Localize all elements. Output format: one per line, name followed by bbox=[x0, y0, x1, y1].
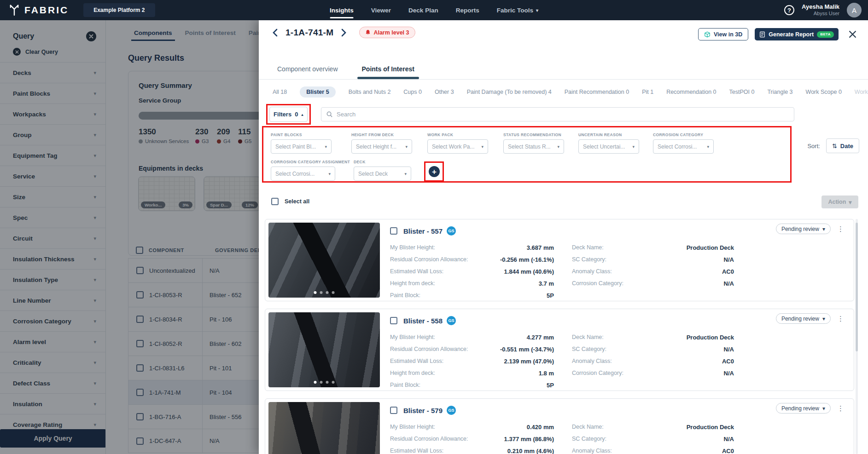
sort-button[interactable]: ⇅ Date bbox=[826, 138, 859, 153]
field-value: -0.256 mm (-16.1%) bbox=[500, 256, 554, 263]
nav-item-reports[interactable]: Reports bbox=[456, 0, 479, 20]
corrosion-category-assignment-select[interactable]: Select Corrosi...▾ bbox=[271, 167, 335, 181]
generate-report-button[interactable]: Generate Report BETA bbox=[755, 28, 839, 40]
field-value: 1.844 mm (40.6%) bbox=[504, 268, 554, 275]
chip-triangle[interactable]: Triangle 3 bbox=[767, 89, 792, 95]
field-label: Height from deck: bbox=[390, 370, 435, 376]
filters-count: 0 bbox=[295, 111, 298, 118]
field-value: Production Deck bbox=[687, 334, 734, 341]
field-label: Anomaly Class: bbox=[572, 358, 612, 364]
carousel-dots[interactable] bbox=[314, 381, 335, 384]
carousel-dots[interactable] bbox=[314, 291, 335, 294]
next-component-button[interactable] bbox=[341, 29, 347, 37]
avatar[interactable]: A bbox=[847, 3, 862, 17]
fabric-logo: FABRIC bbox=[8, 4, 69, 16]
chevron-down-icon: ▾ bbox=[557, 144, 559, 149]
previous-component-button[interactable] bbox=[272, 29, 278, 37]
chip-pit[interactable]: Pit 1 bbox=[642, 89, 653, 95]
platform-selector[interactable]: Example Platform 2 bbox=[83, 3, 155, 17]
chip-bolts-and-nuts[interactable]: Bolts and Nuts 2 bbox=[349, 89, 391, 95]
height-from-deck-select[interactable]: Select Height f...▾ bbox=[351, 139, 412, 154]
chip-testpoi[interactable]: TestPOI 0 bbox=[729, 89, 755, 95]
field-value: Production Deck bbox=[687, 244, 734, 251]
kebab-menu-icon[interactable]: ⋮ bbox=[837, 315, 844, 323]
bell-icon bbox=[365, 29, 371, 35]
nav-item-insights[interactable]: Insights bbox=[330, 0, 354, 20]
search-bar[interactable] bbox=[321, 107, 794, 121]
select-value: Select Height f... bbox=[356, 144, 396, 150]
status-dropdown[interactable]: Pending review ▾ bbox=[776, 313, 831, 324]
tab-points-of-interest[interactable]: Points of Interest bbox=[362, 65, 414, 78]
uncertain-reason-select[interactable]: Select Uncertai...▾ bbox=[578, 139, 639, 154]
scrollbar[interactable] bbox=[856, 219, 858, 454]
sort-label: Sort: bbox=[807, 143, 820, 149]
corrosion-category-select[interactable]: Select Corrosi...▾ bbox=[653, 139, 714, 154]
status-recommendation-select[interactable]: Select Status R...▾ bbox=[503, 139, 564, 154]
chip-paint-damage[interactable]: Paint Damage (To be removed) 4 bbox=[467, 89, 552, 95]
chip-blister[interactable]: Blister 5 bbox=[300, 86, 335, 98]
filter-label: HEIGHT FROM DECK bbox=[351, 132, 412, 137]
field-value: 0.210 mm (4.6%) bbox=[507, 448, 554, 454]
chevron-down-icon: ▾ bbox=[632, 144, 635, 149]
search-input[interactable] bbox=[337, 111, 794, 118]
deck-select[interactable]: Select Deck▾ bbox=[354, 167, 411, 181]
poi-card-blister-557[interactable]: Blister - 557 GS Pending review ▾ ⋮ My B… bbox=[265, 219, 854, 301]
action-button-disabled[interactable]: Action ▾ bbox=[821, 195, 858, 208]
chip-recommendation[interactable]: Recommendation 0 bbox=[666, 89, 716, 95]
nav-item-viewer[interactable]: Viewer bbox=[371, 0, 391, 20]
view-in-3d-label: View in 3D bbox=[714, 31, 742, 38]
poi-photo[interactable] bbox=[268, 402, 380, 454]
alarm-level-label: Alarm level 3 bbox=[373, 29, 409, 36]
add-filter-button[interactable]: + bbox=[429, 166, 440, 177]
user-role: Abyss User bbox=[802, 11, 839, 17]
filter-label: WORK PACK bbox=[427, 132, 488, 137]
poi-card-blister-558[interactable]: Blister - 558 GS Pending review ▾ ⋮ My B… bbox=[265, 309, 854, 391]
nav-item-deck-plan[interactable]: Deck Plan bbox=[408, 0, 438, 20]
poi-card-list: Blister - 557 GS Pending review ▾ ⋮ My B… bbox=[265, 219, 854, 454]
tab-component-overview[interactable]: Component overview bbox=[277, 65, 338, 78]
field-label: Residual Corrosion Allowance: bbox=[390, 256, 468, 263]
action-label: Action bbox=[828, 199, 846, 205]
select-value: Select Corrosi... bbox=[275, 171, 315, 177]
kebab-menu-icon[interactable]: ⋮ bbox=[837, 404, 844, 413]
chip-all[interactable]: All 18 bbox=[273, 89, 287, 95]
nav-item-label: Fabric Tools bbox=[497, 7, 533, 14]
field-value: N/A bbox=[724, 256, 734, 263]
filter-label: CORROSION CATEGORY ASSIGNMENT bbox=[271, 160, 335, 164]
chip-work-scope[interactable]: Work Scope 0 bbox=[806, 89, 842, 95]
chip-paint-recommendation[interactable]: Paint Recommendation 0 bbox=[565, 89, 629, 95]
status-dropdown[interactable]: Pending review ▾ bbox=[776, 224, 831, 234]
paint-blocks-select[interactable]: Select Paint Bl...▾ bbox=[271, 139, 332, 154]
sort-arrows-icon: ⇅ bbox=[832, 143, 837, 149]
poi-photo[interactable] bbox=[268, 312, 380, 387]
nav-item-fabric-tools[interactable]: Fabric Tools ▾ bbox=[497, 0, 538, 20]
divider bbox=[259, 79, 868, 80]
work-pack-select[interactable]: Select Work Pa...▾ bbox=[427, 139, 488, 154]
chip-cups[interactable]: Cups 0 bbox=[403, 89, 422, 95]
brand-name: FABRIC bbox=[24, 5, 69, 16]
select-value: Select Corrosi... bbox=[658, 144, 697, 150]
field-label: Residual Corrosion Allowance: bbox=[390, 436, 468, 442]
user-info[interactable]: Ayesha Malik Abyss User bbox=[802, 4, 839, 17]
field-label: Deck Name: bbox=[572, 424, 604, 430]
poi-photo[interactable] bbox=[268, 223, 380, 298]
select-value: Select Uncertai... bbox=[583, 144, 625, 150]
card-checkbox[interactable] bbox=[390, 227, 397, 235]
help-icon[interactable]: ? bbox=[784, 5, 794, 15]
card-checkbox[interactable] bbox=[390, 407, 397, 414]
view-in-3d-button[interactable]: View in 3D bbox=[698, 28, 748, 40]
chevron-down-icon: ▾ bbox=[822, 405, 825, 412]
report-icon bbox=[759, 31, 765, 38]
chevron-down-icon: ▾ bbox=[481, 144, 484, 149]
close-panel-icon[interactable] bbox=[849, 30, 856, 38]
status-dropdown[interactable]: Pending review ▾ bbox=[776, 403, 831, 414]
filter-label: STATUS RECOMMENDATION bbox=[503, 132, 564, 137]
chevron-down-icon: ▾ bbox=[536, 8, 538, 13]
kebab-menu-icon[interactable]: ⋮ bbox=[837, 225, 844, 233]
chip-other[interactable]: Other 3 bbox=[435, 89, 454, 95]
filters-button[interactable]: Filters 0 ▴ bbox=[269, 107, 308, 122]
select-all-checkbox[interactable] bbox=[271, 198, 279, 205]
card-checkbox[interactable] bbox=[390, 317, 397, 324]
chip-work-clipped[interactable]: Work bbox=[855, 89, 868, 95]
poi-card-blister-579[interactable]: Blister - 579 GS Pending review ▾ ⋮ My B… bbox=[265, 398, 854, 454]
